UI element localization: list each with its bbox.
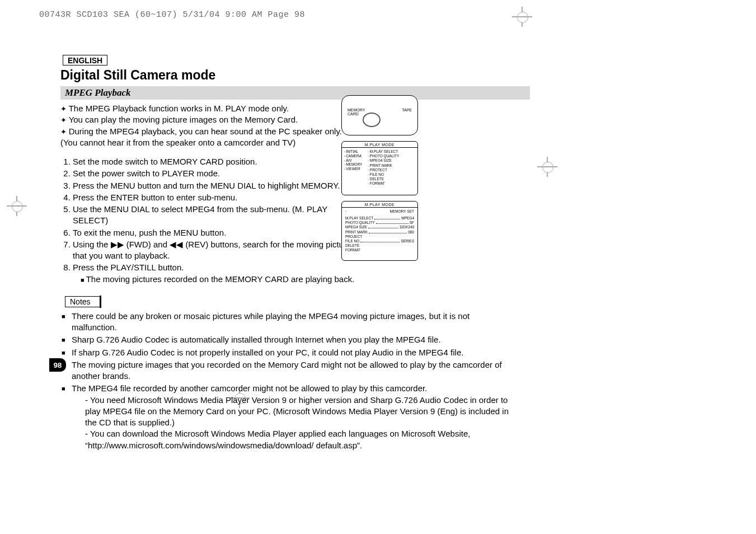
step-text: Press the PLAY/STILL button. xyxy=(73,263,184,272)
note-subitem: You need Microsoft Windows Media Player … xyxy=(85,395,514,429)
menu-right-item: PROTECT xyxy=(368,168,412,172)
menu-left-item: VIEWER xyxy=(344,167,368,171)
page: 00743R SCD103 SEA (60~107) 5/31/04 9:00 … xyxy=(0,0,756,534)
note-item: Sharp G.726 Audio Codec is automatically… xyxy=(60,334,514,345)
intro-bullet-list: The MPEG Playback function works in M. P… xyxy=(60,103,351,148)
mode-switch-diagram: MEMORYCARD TAPE xyxy=(341,95,418,135)
menu-left-item: CAMERA xyxy=(344,154,368,158)
menu-row: FILE NOSERIES xyxy=(342,239,417,243)
menu-row: PHOTO QUALITYSF xyxy=(342,221,417,225)
menu-right-item: M.PLAY SELECT xyxy=(368,149,412,154)
menu-subtitle: MEMORY SET xyxy=(342,208,417,214)
steps-list: Set the mode switch to MEMORY CARD posit… xyxy=(60,156,364,285)
bullet-item: The MPEG Playback function works in M. P… xyxy=(60,103,351,114)
notes-sublist: You need Microsoft Windows Media Player … xyxy=(72,395,514,451)
step-item: Set the mode switch to MEMORY CARD posit… xyxy=(73,156,364,167)
step-item: Using the ▶▶ (FWD) and ◀◀ (REV) buttons,… xyxy=(73,239,364,262)
menu-row: M.PLAY SELECTMPEG4 xyxy=(342,216,417,221)
menu-row: PROJECT xyxy=(342,235,417,239)
menu-screen-1: M.PLAY MODE INITIAL CAMERA A/V MEMORY VI… xyxy=(341,141,418,195)
step-sublist: The moving pictures recorded on the MEMO… xyxy=(73,274,364,285)
note-item: The moving picture images that you recor… xyxy=(60,359,514,382)
note-item: The MPEG4 file recorded by another camco… xyxy=(60,383,514,451)
menu-row: PRINT MARK000 xyxy=(342,230,417,235)
page-number-badge: 98 xyxy=(49,358,66,372)
tape-label: TAPE xyxy=(402,108,412,112)
menu-left-item: INITIAL xyxy=(344,149,368,154)
note-item: If sharp G.726 Audio Codec is not proper… xyxy=(60,347,514,358)
subsection-title: MPEG Playback xyxy=(60,86,530,100)
menu-right-item: FORMAT xyxy=(368,181,412,186)
step-item: Set the power switch to PLAYER mode. xyxy=(73,168,364,179)
menu-right-item: PRINT MARK xyxy=(368,163,412,168)
mode-dial-icon xyxy=(363,113,381,127)
print-header: 00743R SCD103 SEA (60~107) 5/31/04 9:00 … xyxy=(39,10,305,20)
menu-title: M.PLAY MODE xyxy=(342,142,417,148)
memory-card-label: MEMORYCARD xyxy=(348,108,365,116)
menu-left-item: MEMORY xyxy=(344,162,368,167)
note-text: The MPEG4 file recorded by another camco… xyxy=(72,383,427,393)
step-subitem: The moving pictures recorded on the MEMO… xyxy=(81,274,364,285)
menu-screen-2: M.PLAY MODE MEMORY SET M.PLAY SELECTMPEG… xyxy=(341,201,418,261)
step-item: Press the PLAY/STILL button. The moving … xyxy=(73,262,364,285)
menu-row: FORMAT xyxy=(342,248,417,252)
note-subitem: You can download the Microsoft Windows M… xyxy=(85,428,514,451)
bullet-item: You can play the moving picture images o… xyxy=(60,114,351,125)
menu-left-column: INITIAL CAMERA A/V MEMORY VIEWER xyxy=(344,149,368,186)
language-box: ENGLISH xyxy=(63,55,107,65)
menu-row: DELETE xyxy=(342,243,417,248)
menu-row: MPEG4 SIZE320X240 xyxy=(342,225,417,229)
page-title: Digital Still Camera mode xyxy=(60,68,525,83)
registration-mark-icon xyxy=(7,196,27,216)
menu-right-item: MPEG4 SIZE xyxy=(368,158,412,163)
menu-title: M.PLAY MODE xyxy=(342,202,417,208)
registration-mark-icon xyxy=(512,7,532,27)
step-item: Use the MENU DIAL to select MPEG4 from t… xyxy=(73,204,364,227)
side-figures: MEMORYCARD TAPE M.PLAY MODE INITIAL CAME… xyxy=(341,95,417,257)
notes-heading: Notes xyxy=(65,296,101,307)
menu-right-item: FILE NO xyxy=(368,172,412,177)
bullet-item: During the MPEG4 playback, you can hear … xyxy=(60,126,351,149)
menu-right-column: M.PLAY SELECT PHOTO QUALITY MPEG4 SIZE P… xyxy=(368,149,412,186)
notes-list: There could be any broken or mosaic pict… xyxy=(60,311,514,451)
step-item: Press the MENU button and turn the MENU … xyxy=(73,180,364,191)
note-item: There could be any broken or mosaic pict… xyxy=(60,311,514,334)
step-item: To exit the menu, push the MENU button. xyxy=(73,227,364,238)
menu-right-item: DELETE xyxy=(368,177,412,181)
step-item: Press the ENTER button to enter sub-menu… xyxy=(73,192,364,203)
menu-left-item: A/V xyxy=(344,158,368,163)
menu-right-item: PHOTO QUALITY xyxy=(368,154,412,158)
content-area: ENGLISH Digital Still Camera mode MPEG P… xyxy=(60,55,525,452)
registration-mark-icon xyxy=(537,157,557,177)
